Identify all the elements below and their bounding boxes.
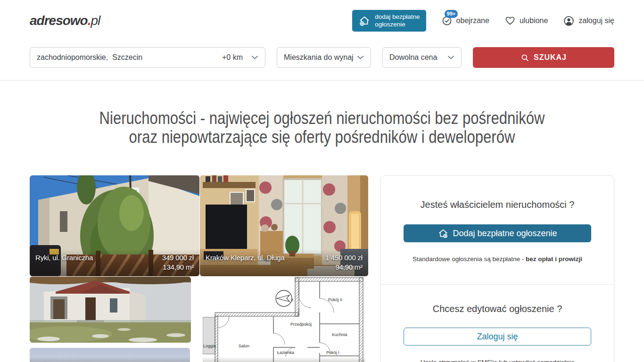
- listing-title: Kraków Kleparz, ul. Długa: [206, 253, 285, 263]
- header-actions: dodaj bezpłatne ogłoszenie 99+ obejrzane: [352, 10, 614, 32]
- listing-tile[interactable]: Kraków Kleparz, ul. Długa 1 450 000 zł 9…: [200, 175, 368, 276]
- listing-tile[interactable]: [30, 277, 191, 343]
- radius-value[interactable]: +0 km: [222, 53, 243, 62]
- category-value: Mieszkania do wynajęcia: [284, 53, 353, 62]
- login-label: zaloguj się: [578, 16, 614, 25]
- house-plus-icon: [358, 15, 371, 27]
- listing-tile[interactable]: Ryki, ul. Graniczna 349 000 zł 134,90 m²: [30, 175, 199, 276]
- add-listing-sidebar-button[interactable]: Dodaj bezpłatne ogłoszenie: [404, 224, 591, 242]
- listing-price: 1 450 000 zł: [325, 254, 363, 262]
- listing-tile[interactable]: Delki... 895 000 zł: [30, 348, 190, 362]
- edit-section: Chcesz edytować ogłoszenie ? Zaloguj się…: [381, 285, 614, 362]
- owner-section: Jesteś właścicielem nieruchomości ? Doda…: [381, 176, 614, 284]
- floorplan-compass-label: z: [291, 297, 294, 302]
- listing-tile[interactable]: z Pokój II Przedpokój Kuchnia Salon Logg…: [203, 277, 365, 362]
- chevron-down-icon: [447, 55, 454, 60]
- price-value: Dowolna cena: [389, 53, 444, 62]
- search-button-label: SZUKAJ: [534, 53, 567, 62]
- viewed-label: obejrzane: [456, 16, 489, 25]
- floorplan-room-label: Kuchnia: [332, 332, 347, 337]
- floorplan-room-label: Salon: [239, 344, 249, 348]
- add-listing-label-line2: ogłoszenie: [375, 21, 405, 28]
- logo-tld: pl: [91, 13, 100, 28]
- listing-caption: Kraków Nowa Huta, os... 600 000 zł: [203, 357, 365, 362]
- floorplan-room-label: Przedpokój: [290, 322, 312, 327]
- page-title: Nieruchomości - najwięcej ogłoszeń nieru…: [0, 109, 644, 147]
- viewed-link[interactable]: 99+ obejrzane: [441, 15, 489, 26]
- viewed-count-badge: 99+: [445, 10, 458, 18]
- owner-note-bold: bez opłat i prowizji: [526, 255, 582, 263]
- favorites-label: ulubione: [520, 16, 548, 25]
- house-plus-icon: [438, 228, 449, 239]
- listing-area: 94,90 m²: [335, 263, 363, 271]
- floor-plan-image: z Pokój II Przedpokój Kuchnia Salon Logg…: [203, 277, 365, 362]
- search-button[interactable]: SZUKAJ: [473, 47, 614, 68]
- favorites-link[interactable]: ulubione: [504, 15, 548, 26]
- listing-caption: Ryki, ul. Graniczna 349 000 zł 134,90 m²: [30, 249, 199, 276]
- logo[interactable]: adresowo.pl: [30, 13, 100, 28]
- edit-note: Hasło otrzymałeś w SMS'ie lub ustawiłeś …: [404, 359, 591, 362]
- owner-heading: Jesteś właścicielem nieruchomości ?: [404, 199, 591, 210]
- floorplan-room-label: Loggia: [203, 344, 216, 348]
- login-link[interactable]: zaloguj się: [563, 15, 614, 27]
- winter-house-photo: [30, 277, 191, 343]
- header: adresowo.pl dodaj bezpłatne ogłoszenie: [0, 0, 644, 41]
- edit-heading: Chcesz edytować ogłoszenie ?: [404, 304, 591, 314]
- login-sidebar-button[interactable]: Zaloguj się: [404, 328, 591, 346]
- page-title-line1: Nieruchomości - najwięcej ogłoszeń nieru…: [51, 109, 592, 128]
- search-icon: [520, 53, 529, 62]
- user-icon: [563, 15, 575, 27]
- listing-caption: Delki... 895 000 zł: [30, 357, 190, 362]
- floorplan-room-label: Łazienka: [277, 350, 294, 355]
- listing-caption: Kraków Kleparz, ul. Długa 1 450 000 zł 9…: [200, 249, 368, 276]
- search-bar: +0 km Mieszkania do wynajęcia Dowolna ce…: [0, 41, 644, 81]
- price-select[interactable]: Dowolna cena: [382, 47, 462, 68]
- main-content: Ryki, ul. Graniczna 349 000 zł 134,90 m²: [30, 175, 614, 362]
- add-listing-label-line1: dodaj bezpłatne: [375, 13, 420, 20]
- chevron-down-icon: [357, 55, 364, 60]
- location-field: +0 km: [30, 47, 265, 68]
- floorplan-room-label: Pokój II: [328, 297, 342, 302]
- owner-panel: Jesteś właścicielem nieruchomości ? Doda…: [380, 175, 614, 362]
- category-select[interactable]: Mieszkania do wynajęcia: [277, 47, 371, 68]
- listing-price: 349 000 zł: [162, 254, 194, 262]
- owner-note: Standardowe ogłoszenia są bezpłatne - be…: [404, 255, 591, 263]
- location-input[interactable]: [37, 53, 216, 62]
- chevron-down-icon[interactable]: [251, 55, 258, 60]
- heart-icon: [504, 15, 516, 26]
- page-title-line2: oraz niepowtarzające się oferty pośredni…: [51, 128, 592, 147]
- add-listing-sidebar-label: Dodaj bezpłatne ogłoszenie: [453, 229, 557, 239]
- listings-mosaic: Ryki, ul. Graniczna 349 000 zł 134,90 m²: [30, 175, 368, 362]
- listing-title: Ryki, ul. Graniczna: [35, 253, 93, 263]
- floorplan-room-label: Pokój I: [326, 350, 339, 355]
- listing-area: 134,90 m²: [163, 263, 194, 271]
- add-listing-button[interactable]: dodaj bezpłatne ogłoszenie: [352, 10, 426, 32]
- logo-name: adresowo: [30, 13, 88, 28]
